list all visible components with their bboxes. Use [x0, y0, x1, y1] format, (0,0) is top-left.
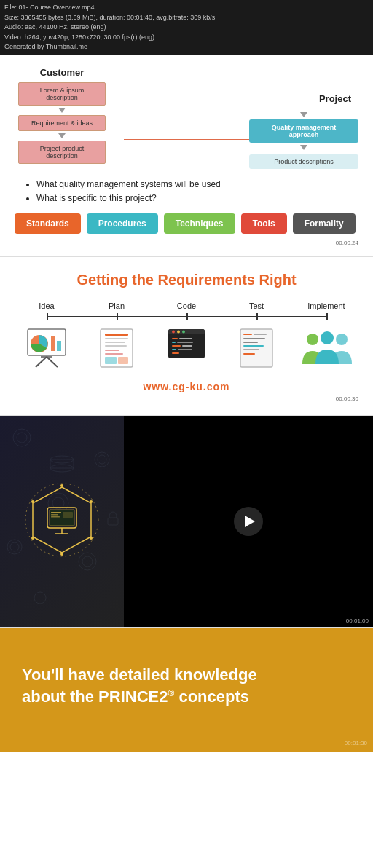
techniques-button[interactable]: Techniques	[164, 213, 235, 234]
svg-point-18	[172, 330, 175, 333]
arrow1	[58, 108, 66, 113]
slide3: 00:01:00	[0, 416, 373, 627]
meta-line2: Size: 3865455 bytes (3.69 MiB), duration…	[4, 13, 369, 23]
svg-point-47	[7, 540, 22, 554]
tl-label-test: Test	[221, 301, 291, 310]
svg-rect-13	[105, 353, 123, 355]
svg-rect-22	[179, 338, 192, 339]
svg-point-39	[321, 331, 334, 344]
timestamp3: 00:01:00	[346, 618, 369, 624]
tools-button[interactable]: Tools	[241, 213, 287, 234]
watermark-text: www.cg-ku.com	[143, 381, 229, 392]
slide3-right[interactable]: 00:01:00	[124, 416, 373, 627]
svg-line-1	[47, 357, 58, 367]
icon-implement	[291, 328, 361, 368]
svg-point-20	[182, 330, 185, 333]
svg-point-71	[31, 500, 34, 503]
arrow-product	[300, 145, 307, 150]
play-button[interactable]	[234, 507, 263, 536]
meta-bar: File: 01- Course Overview.mp4 Size: 3865…	[0, 0, 373, 55]
svg-rect-61	[51, 514, 58, 516]
meta-line1: File: 01- Course Overview.mp4	[4, 3, 369, 13]
icon-idea	[12, 328, 82, 368]
procedures-button[interactable]: Procedures	[87, 213, 158, 234]
svg-rect-52	[108, 518, 118, 525]
tl-label-plan: Plan	[82, 301, 152, 310]
test-icon	[235, 328, 278, 368]
cta-line2: about the PRINCE2	[22, 687, 168, 706]
h-connector	[124, 139, 249, 140]
timestamp1: 00:00:24	[15, 240, 358, 246]
product-desc-box: Product descriptions	[249, 154, 358, 169]
svg-point-66	[60, 484, 63, 487]
svg-rect-35	[243, 345, 264, 347]
hex-icon	[22, 480, 102, 560]
bullet-list: What quality management systems will be …	[29, 179, 358, 203]
svg-line-0	[36, 357, 47, 367]
svg-point-19	[177, 330, 180, 333]
svg-point-70	[31, 537, 34, 540]
svg-point-38	[307, 334, 318, 345]
slide4: You'll have detailed knowledge about the…	[0, 628, 373, 753]
customer-box1: Lorem & ipsum description	[18, 82, 106, 106]
standards-button[interactable]: Standards	[15, 213, 81, 234]
svg-rect-15	[118, 357, 128, 364]
svg-rect-28	[178, 349, 192, 350]
svg-rect-31	[243, 334, 252, 335]
cta-line3: concepts	[174, 687, 249, 706]
svg-rect-6	[57, 341, 61, 351]
svg-point-67	[90, 500, 93, 503]
slide2: Getting the Requirements Right Idea Plan…	[0, 257, 373, 415]
timeline-wrapper: Idea Plan Code Test Implement	[12, 301, 361, 368]
svg-point-48	[10, 542, 19, 551]
hex-container	[22, 480, 102, 562]
svg-point-69	[60, 553, 63, 556]
arrow-project	[300, 112, 307, 117]
project-label: Project	[319, 93, 351, 104]
svg-point-41	[13, 429, 31, 446]
project-header-row: Project	[124, 93, 358, 108]
timestamp4: 00:01:30	[345, 740, 367, 746]
svg-point-43	[95, 452, 109, 467]
svg-rect-11	[105, 345, 127, 347]
presentation-icon	[25, 328, 68, 368]
svg-rect-37	[243, 353, 255, 355]
meta-line4: Video: h264, yuv420p, 1280x720, 30.00 fp…	[4, 33, 369, 43]
cta-line1: You'll have detailed knowledge	[22, 666, 257, 684]
svg-rect-63	[63, 512, 73, 518]
meta-line3: Audio: aac, 44100 Hz, stereo (eng)	[4, 23, 369, 33]
customer-box3: Project product description	[18, 141, 106, 164]
diagram-area: Customer Lorem & ipsum description Requi…	[15, 67, 358, 169]
svg-point-44	[98, 455, 106, 464]
svg-rect-33	[243, 338, 265, 339]
svg-rect-27	[172, 349, 176, 350]
watermark: www.cg-ku.com	[12, 375, 361, 395]
qma-box: Quality management approach	[249, 119, 358, 143]
svg-rect-62	[51, 516, 60, 518]
svg-rect-32	[254, 334, 267, 335]
svg-rect-21	[172, 338, 178, 339]
svg-rect-24	[177, 342, 193, 343]
project-area: Project Quality management approach Prod…	[124, 67, 358, 169]
connector-row: Quality management approach Product desc…	[124, 110, 358, 169]
slide1: Customer Lorem & ipsum description Requi…	[0, 55, 373, 256]
cta-text: You'll have detailed knowledge about the…	[22, 664, 299, 709]
right-boxes: Quality management approach Product desc…	[249, 110, 358, 169]
bullet1: What quality management systems will be …	[36, 179, 358, 189]
timestamp2: 00:00:30	[12, 395, 361, 402]
svg-rect-12	[105, 350, 119, 351]
slide3-left	[0, 416, 124, 627]
tick2	[117, 313, 118, 320]
svg-rect-29	[172, 352, 179, 354]
formality-button[interactable]: Formality	[293, 213, 356, 234]
code-icon	[165, 328, 208, 368]
button-row: Standards Procedures Techniques Tools Fo…	[15, 213, 358, 234]
tick5	[326, 313, 328, 320]
tick3	[186, 313, 188, 320]
bullet2: What is specific to this project?	[36, 193, 358, 203]
svg-rect-36	[243, 349, 259, 350]
svg-point-68	[90, 537, 93, 540]
svg-rect-10	[105, 342, 125, 343]
arrow2	[58, 133, 66, 138]
svg-rect-23	[172, 342, 176, 343]
